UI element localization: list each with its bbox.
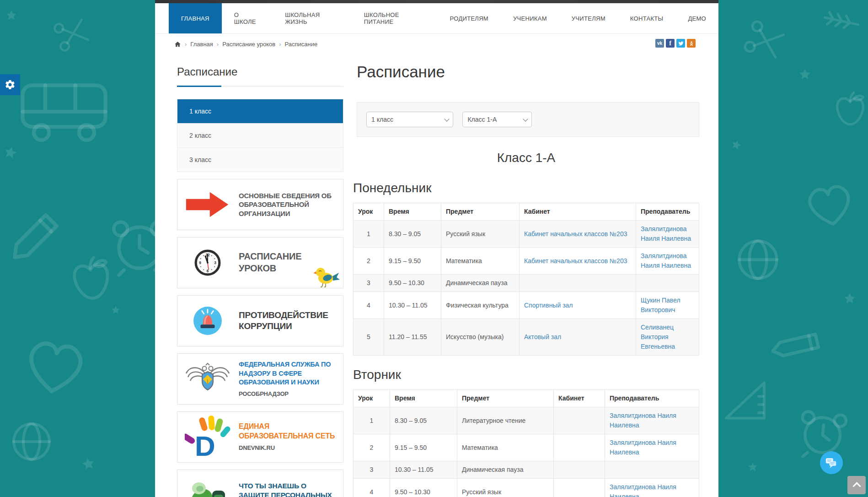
lesson-number: 1 xyxy=(354,407,390,434)
nav-item[interactable]: УЧИТЕЛЯМ xyxy=(559,3,618,33)
banner-anticorruption[interactable]: ПРОТИВОДЕЙСТВИЕ КОРРУПЦИИ xyxy=(177,295,343,346)
lesson-number: 4 xyxy=(354,292,384,319)
lesson-time: 9.15 – 9.50 xyxy=(384,248,441,275)
lesson-subject: Литературное чтение xyxy=(457,407,554,434)
siren-icon xyxy=(184,306,231,336)
doodle-apple-icon xyxy=(66,254,117,307)
class-select[interactable]: 1 класс xyxy=(366,112,453,127)
doodle-heart-icon xyxy=(801,179,858,232)
banner-rosobrnadzor[interactable]: ФЕДЕРАЛЬНАЯ СЛУЖБА ПО НАДЗОРУ В СФЕРЕ ОБ… xyxy=(177,353,343,405)
lesson-subject: Физическая культура xyxy=(441,292,520,319)
nav-item[interactable]: О ШКОЛЕ xyxy=(222,3,273,33)
teacher-link[interactable]: Залялитдинова Наиля Наилевна xyxy=(610,412,676,429)
schedule-row: 29.15 – 9.50МатематикаЗалялитдинова Наил… xyxy=(354,434,699,461)
sidebar-title: Расписание xyxy=(177,65,343,78)
odnoklassniki-icon[interactable] xyxy=(687,39,696,48)
svg-text:9: 9 xyxy=(199,261,201,265)
banner-personal-data[interactable]: ЧТО ТЫ ЗНАЕШЬ О ЗАЩИТЕ ПЕРСОНАЛЬНЫХ ДАНН… xyxy=(177,470,343,497)
column-header: Время xyxy=(390,390,457,407)
lesson-time: 9.15 – 9.50 xyxy=(390,434,457,461)
column-header: Предмет xyxy=(457,390,554,407)
lesson-time: 10.30 – 11.05 xyxy=(390,461,457,479)
teacher-link[interactable]: Щукин Павел Викторович xyxy=(641,297,680,313)
lesson-number: 3 xyxy=(354,461,390,479)
schedule-row: 511.20 – 11.55Искусство (музыка)Актовый … xyxy=(354,319,699,356)
nav-item[interactable]: ДЕМО xyxy=(675,3,718,33)
chevron-up-icon xyxy=(852,482,861,490)
schedule-table-tuesday: УрокВремяПредметКабинетПреподаватель18.3… xyxy=(353,389,699,497)
lesson-time: 8.30 – 9.05 xyxy=(384,221,441,248)
column-header: Предмет xyxy=(441,203,520,221)
filter-panel: 1 класс Класс 1-А xyxy=(357,102,699,137)
doodle-pencil-icon xyxy=(11,206,66,261)
sidebar-class-item[interactable]: 2 класс xyxy=(177,123,343,147)
day-title: Понедельник xyxy=(353,181,699,195)
nav-item[interactable]: ШКОЛЬНАЯ ЖИЗНЬ xyxy=(273,3,352,33)
svg-text:3: 3 xyxy=(214,261,216,265)
room-link[interactable]: Кабинет начальных классов №203 xyxy=(524,230,627,238)
lesson-subject: Математика xyxy=(457,434,554,461)
doodle-star-icon xyxy=(730,139,742,150)
day-section-tuesday: Вторник УрокВремяПредметКабинетПреподава… xyxy=(353,367,699,497)
scroll-to-top-button[interactable] xyxy=(847,476,866,494)
column-header: Преподаватель xyxy=(636,203,699,221)
lesson-subject: Русский язык xyxy=(457,479,554,497)
schedule-row: 310.30 – 11.05Динамическая пауза xyxy=(354,461,699,479)
room-link[interactable]: Спортивный зал xyxy=(524,302,573,309)
doodle-globe-icon xyxy=(11,421,52,462)
banner-dnevnik[interactable]: D ЕДИНАЯ ОБРАЗОВАТЕЛЬНАЯ СЕТЬ DNEVNIK.RU xyxy=(177,411,343,463)
doodle-star-icon xyxy=(799,69,810,80)
lesson-time: 10.30 – 11.05 xyxy=(384,292,441,319)
lesson-subject: Русский язык xyxy=(441,221,520,248)
page: ГЛАВНАЯО ШКОЛЕШКОЛЬНАЯ ЖИЗНЬШКОЛЬНОЕ ПИТ… xyxy=(0,0,868,497)
sidebar-title-underline xyxy=(177,86,343,86)
teacher-link[interactable]: Залялитдинова Наиля Наилевна xyxy=(641,252,691,269)
teacher-link[interactable]: Залялитдинова Наиля Наилевна xyxy=(610,439,676,456)
banner-title: ПРОТИВОДЕЙСТВИЕ КОРРУПЦИИ xyxy=(239,310,337,332)
nav-item[interactable]: ШКОЛЬНОЕ ПИТАНИЕ xyxy=(352,3,438,33)
day-section-monday: Понедельник УрокВремяПредметКабинетПрепо… xyxy=(353,181,699,356)
nav-item[interactable]: ГЛАВНАЯ xyxy=(169,3,222,33)
twitter-icon[interactable] xyxy=(676,39,685,48)
breadcrumb: ›Главная›Расписание уроков›Расписание vk… xyxy=(155,34,718,54)
breadcrumb-separator: › xyxy=(279,41,281,48)
lesson-subject: Динамическая пауза xyxy=(441,275,520,292)
hooded-person-icon xyxy=(184,476,231,497)
schedule-row: 49.50 – 10.30Русский языкЗалялитдинова Н… xyxy=(354,479,699,497)
lesson-number: 2 xyxy=(354,434,390,461)
teacher-link[interactable]: Селиванец Виктория Евгеньевна xyxy=(641,324,675,350)
clock-icon: 12369 xyxy=(184,249,231,276)
dnevnik-logo-icon: D xyxy=(184,416,231,459)
settings-gear-button[interactable] xyxy=(0,74,20,95)
lesson-number: 5 xyxy=(354,319,384,356)
doodle-star-icon xyxy=(748,462,757,471)
bird-icon xyxy=(314,265,340,287)
schedule-row: 410.30 – 11.05Физическая культураСпортив… xyxy=(354,292,699,319)
room-link[interactable]: Актовый зал xyxy=(524,333,561,340)
banner-schedule[interactable]: 12369 РАСПИСАНИЕ УРОКОВ xyxy=(177,237,343,288)
doodle-bus-icon xyxy=(18,78,110,142)
vk-icon[interactable]: vk xyxy=(655,39,664,48)
nav-item[interactable]: УЧЕНИКАМ xyxy=(501,3,559,33)
breadcrumb-item[interactable]: Расписание уроков xyxy=(222,41,275,48)
breadcrumb-item[interactable]: Главная xyxy=(190,41,213,48)
sidebar-class-item[interactable]: 3 класс xyxy=(177,147,343,172)
teacher-link[interactable]: Залялитдинова Наиля Наилевна xyxy=(610,483,676,497)
doodle-star-icon xyxy=(112,306,120,314)
nav-item[interactable]: КОНТАКТЫ xyxy=(618,3,676,33)
group-select[interactable]: Класс 1-А xyxy=(462,112,532,127)
home-icon[interactable] xyxy=(174,41,181,48)
sidebar-class-item[interactable]: 1 класс xyxy=(177,99,343,123)
main-content: Расписание 1 класс Класс 1-А Класс 1-А П… xyxy=(353,54,699,497)
breadcrumb-item[interactable]: Расписание xyxy=(285,41,318,48)
doodle-pencil-icon xyxy=(768,311,835,378)
teacher-link[interactable]: Залялитдинова Наиля Наилевна xyxy=(641,225,691,242)
schedule-row: 18.30 – 9.05Литературное чтениеЗалялитди… xyxy=(354,407,699,434)
banner-org-info[interactable]: ОСНОВНЫЕ СВЕДЕНИЯ ОБ ОБРАЗОВАТЕЛЬНОЙ ОРГ… xyxy=(177,179,343,230)
room-link[interactable]: Кабинет начальных классов №203 xyxy=(524,257,627,265)
class-subtitle: Класс 1-А xyxy=(353,151,699,165)
nav-item[interactable]: РОДИТЕЛЯМ xyxy=(438,3,501,33)
day-title: Вторник xyxy=(353,367,699,382)
chat-button[interactable] xyxy=(820,451,843,474)
facebook-icon[interactable]: f xyxy=(666,39,675,48)
